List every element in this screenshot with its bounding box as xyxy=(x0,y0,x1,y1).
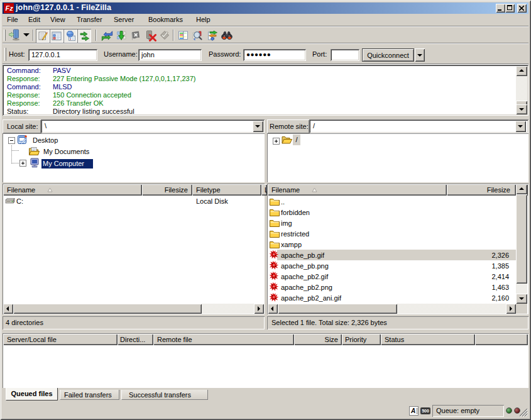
svg-text:Fz: Fz xyxy=(6,4,14,12)
